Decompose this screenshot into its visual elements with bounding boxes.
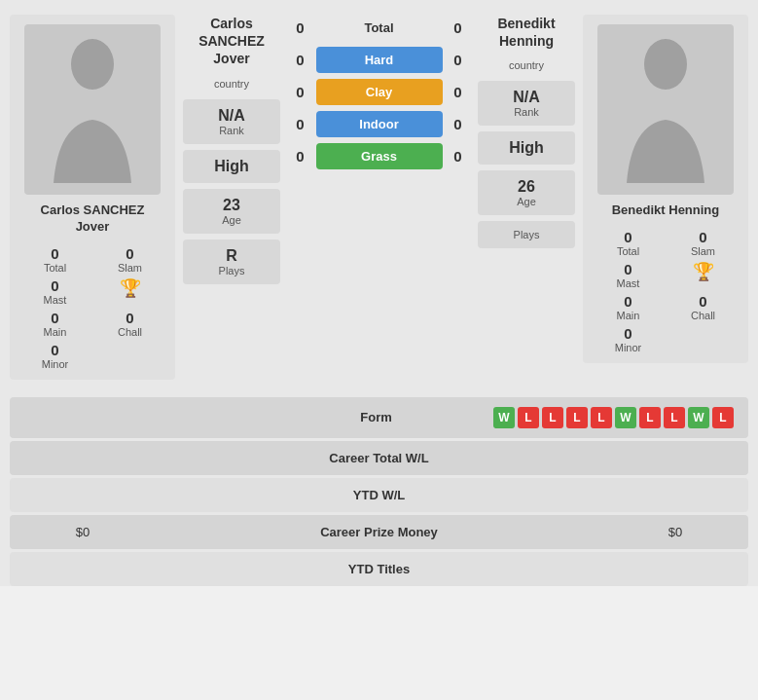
left-age-label: Age (191, 214, 272, 226)
clay-right-score: 0 (449, 84, 468, 100)
left-chall-label: Chall (118, 326, 142, 338)
left-high-value: High (191, 158, 272, 175)
career-total-label: Career Total W/L (24, 451, 734, 465)
left-player-avatar (24, 24, 161, 195)
right-chall-cell: 0 Chall (668, 293, 739, 321)
right-middle-player-name: Benedikt Henning (478, 15, 575, 50)
left-total-label: Total (44, 262, 66, 274)
form-badge: L (712, 407, 734, 428)
form-badge: L (591, 407, 612, 428)
svg-point-1 (644, 39, 687, 90)
right-trophy-icon: 🏆 (693, 261, 714, 282)
left-middle-player-name: Carlos SANCHEZ Jover (183, 15, 280, 68)
right-minor-label: Minor (615, 342, 642, 353)
right-total-label: Total (617, 245, 639, 257)
left-main-cell: 0 Main (19, 310, 90, 338)
right-slam-value: 0 (699, 229, 706, 245)
left-player-name: Carlos SANCHEZ Jover (41, 203, 145, 236)
right-slam-label: Slam (691, 245, 715, 257)
hard-right-score: 0 (449, 52, 468, 68)
left-mast-value: 0 (51, 277, 58, 294)
right-minor-cell: 0 Minor (593, 325, 664, 353)
indoor-badge: Indoor (316, 111, 443, 137)
svg-point-0 (71, 39, 114, 90)
left-rank-label: Rank (191, 125, 272, 136)
left-age-value: 23 (191, 197, 272, 214)
right-high-box: High (478, 131, 575, 165)
total-right-score: 0 (449, 19, 468, 36)
form-row: Form WLLLLWLLWL (10, 397, 748, 438)
grass-right-score: 0 (449, 148, 468, 165)
right-plays-box: Plays (478, 221, 575, 248)
form-badge: L (664, 407, 685, 428)
form-badge: L (518, 407, 539, 428)
right-age-label: Age (486, 196, 567, 207)
ytd-titles-label: YTD Titles (24, 562, 734, 576)
left-mast-cell: 0 Mast (19, 277, 90, 306)
right-main-cell: 0 Main (593, 293, 664, 321)
total-badge: Total (316, 15, 443, 41)
right-main-value: 0 (624, 293, 632, 310)
career-prize-row: $0 Career Prize Money $0 (10, 515, 748, 549)
center-surfaces: 0 Total 0 0 Hard 0 0 Clay 0 0 Indoor 0 (288, 15, 470, 169)
bottom-stats-section: Form WLLLLWLLWL Career Total W/L YTD W/L… (0, 397, 758, 586)
left-minor-value: 0 (51, 342, 58, 358)
career-prize-right: $0 (617, 525, 734, 539)
left-total-value: 0 (51, 245, 58, 262)
left-plays-label: Plays (191, 265, 272, 276)
right-high-value: High (486, 139, 567, 157)
left-chall-cell: 0 Chall (94, 310, 165, 338)
right-age-value: 26 (486, 178, 567, 196)
left-country: country (183, 78, 280, 90)
left-rank-value: N/A (191, 107, 272, 125)
right-slam-cell: 0 Slam (668, 229, 739, 257)
left-minor-cell: 0 Minor (19, 342, 90, 370)
form-badge: L (542, 407, 563, 428)
right-minor-value: 0 (624, 325, 632, 342)
left-high-box: High (183, 150, 280, 183)
right-player-card: Benedikt Henning 0 Total 0 Slam 0 Mast 🏆 (583, 15, 748, 363)
left-trophy-icon: 🏆 (120, 277, 141, 299)
right-age-box: 26 Age (478, 170, 575, 215)
clay-badge: Clay (316, 79, 443, 105)
left-player-stats: 0 Total 0 Slam 0 Mast 🏆 0 Main (19, 245, 165, 370)
left-middle-stats: Carlos SANCHEZ Jover country N/A Rank Hi… (183, 15, 280, 284)
form-badge: W (615, 407, 636, 428)
right-total-cell: 0 Total (593, 229, 664, 257)
left-minor-label: Minor (42, 358, 69, 370)
left-slam-label: Slam (118, 262, 142, 274)
clay-left-score: 0 (291, 84, 310, 100)
clay-row: 0 Clay 0 (288, 79, 470, 105)
left-slam-cell: 0 Slam (94, 245, 165, 274)
ytd-label: YTD W/L (24, 488, 734, 502)
right-rank-label: Rank (486, 106, 567, 118)
right-trophy-cell: 🏆 (668, 261, 739, 289)
form-label: Form (259, 410, 493, 424)
form-badges: WLLLLWLLWL (493, 407, 734, 428)
indoor-right-score: 0 (449, 116, 468, 132)
right-player-silhouette (617, 37, 714, 183)
right-plays-label: Plays (486, 229, 567, 240)
form-badge: W (688, 407, 709, 428)
right-player-name: Benedikt Henning (612, 203, 720, 219)
total-row: 0 Total 0 (288, 15, 470, 41)
right-main-label: Main (617, 310, 640, 321)
right-rank-box: N/A Rank (478, 81, 575, 126)
right-player-stats: 0 Total 0 Slam 0 Mast 🏆 0 Main (593, 229, 739, 353)
left-trophy-cell: 🏆 (94, 277, 165, 306)
career-total-row: Career Total W/L (10, 441, 748, 475)
form-badge: L (639, 407, 661, 428)
right-country: country (478, 59, 575, 71)
career-prize-label: Career Prize Money (141, 525, 617, 539)
right-total-value: 0 (624, 229, 632, 245)
left-mast-label: Mast (44, 294, 67, 306)
grass-row: 0 Grass 0 (288, 143, 470, 169)
indoor-left-score: 0 (291, 116, 310, 132)
left-main-value: 0 (51, 310, 58, 326)
grass-left-score: 0 (291, 148, 310, 165)
right-chall-label: Chall (691, 310, 715, 321)
left-rank-box: N/A Rank (183, 99, 280, 144)
left-main-label: Main (44, 326, 67, 338)
hard-left-score: 0 (291, 52, 310, 68)
left-player-silhouette (44, 37, 141, 183)
